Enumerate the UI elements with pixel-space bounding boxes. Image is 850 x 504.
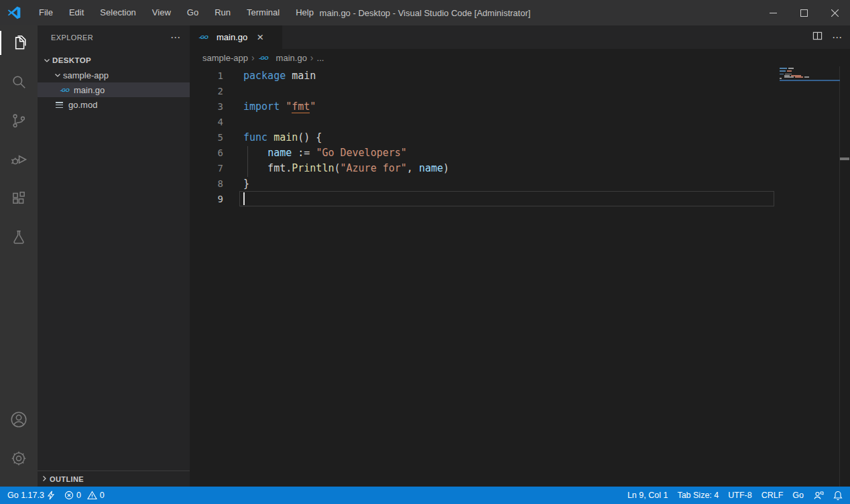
minimap[interactable]: [780, 68, 840, 80]
code-line-row[interactable]: 7 fmt.Println("Azure for", name): [190, 160, 850, 176]
tab-close-icon[interactable]: ×: [255, 32, 265, 43]
overview-ruler-cursor-mark: [840, 158, 849, 160]
code-line-row[interactable]: 8}: [190, 176, 850, 191]
code-lines: 1package main23import "fmt"45func main()…: [190, 68, 850, 487]
statusbar-encoding[interactable]: UTF-8: [723, 487, 756, 504]
breadcrumb-file[interactable]: main.go: [276, 53, 307, 63]
menu-view[interactable]: View: [144, 0, 179, 25]
statusbar-go-version[interactable]: Go 1.17.3: [3, 487, 60, 504]
file-tree: DESKTOP sample-app main.go go.mod: [38, 53, 190, 112]
mod-file-icon: [54, 100, 65, 109]
tree-root-desktop[interactable]: DESKTOP: [38, 53, 190, 68]
menubar: File Edit Selection View Go Run Terminal…: [31, 0, 322, 25]
code-line-row[interactable]: 9: [190, 191, 850, 206]
window-controls: [757, 0, 850, 25]
go-file-icon: [198, 33, 209, 42]
accounts-icon[interactable]: [0, 403, 38, 436]
line-number: 8: [190, 178, 223, 189]
bolt-icon: [47, 491, 55, 500]
settings-gear-icon[interactable]: [0, 442, 38, 475]
menu-go[interactable]: Go: [179, 0, 206, 25]
outline-section[interactable]: OUTLINE: [38, 470, 190, 487]
menu-file[interactable]: File: [31, 0, 61, 25]
folder-label: sample-app: [63, 70, 109, 80]
code-line-row[interactable]: 1package main: [190, 68, 850, 83]
source-control-icon[interactable]: [0, 105, 38, 137]
explorer-header: EXPLORER ⋯: [38, 25, 190, 49]
overview-ruler[interactable]: [839, 66, 840, 487]
titlebar: File Edit Selection View Go Run Terminal…: [0, 0, 850, 25]
explorer-sidebar: EXPLORER ⋯ DESKTOP sample-app main.go: [38, 25, 190, 487]
menu-help[interactable]: Help: [288, 0, 322, 25]
warning-icon: [87, 491, 97, 500]
close-icon[interactable]: [819, 0, 850, 25]
tab-bar: main.go × ⋯: [190, 25, 850, 49]
error-count: 0: [76, 491, 81, 500]
tree-file-main-go[interactable]: main.go: [38, 82, 190, 97]
split-editor-icon[interactable]: [812, 31, 823, 44]
breadcrumb: sample-app › main.go › ...: [190, 49, 850, 66]
explorer-icon[interactable]: [0, 27, 38, 59]
warning-count: 0: [100, 491, 105, 500]
breadcrumb-folder[interactable]: sample-app: [202, 53, 248, 63]
status-bar: Go 1.17.3 0 0 Ln 9, Col 1 Tab Size: 4 UT…: [0, 487, 850, 504]
run-and-debug-icon[interactable]: [0, 143, 38, 176]
tree-folder-sample-app[interactable]: sample-app: [38, 68, 190, 82]
code-line-row[interactable]: 6 name := "Go Developers": [190, 145, 850, 160]
outline-label: OUTLINE: [50, 475, 84, 483]
breadcrumb-symbol[interactable]: ...: [317, 53, 324, 63]
code-line-row[interactable]: 3import "fmt": [190, 99, 850, 114]
menu-selection[interactable]: Selection: [92, 0, 143, 25]
line-number: 9: [190, 194, 223, 204]
text-cursor: [243, 192, 245, 205]
file-label: go.mod: [68, 100, 97, 110]
error-icon: [64, 491, 74, 500]
activity-bar: [0, 25, 38, 487]
chevron-right-icon: ›: [310, 52, 314, 63]
testing-icon[interactable]: [0, 221, 38, 253]
code-line-text: import "fmt": [243, 101, 316, 113]
search-icon[interactable]: [0, 66, 38, 98]
feedback-icon[interactable]: [808, 487, 829, 504]
code-line-text: fmt.Println("Azure for", name): [243, 162, 449, 174]
code-line-row[interactable]: 5func main() {: [190, 129, 850, 145]
chevron-down-icon: [52, 70, 63, 80]
editor-actions: ⋯: [812, 25, 850, 49]
maximize-icon[interactable]: [788, 0, 819, 25]
explorer-title: EXPLORER: [51, 34, 166, 42]
statusbar-cursor-position[interactable]: Ln 9, Col 1: [623, 487, 672, 504]
statusbar-eol[interactable]: CRLF: [757, 487, 788, 504]
line-number: 1: [190, 70, 223, 81]
more-actions-icon[interactable]: ⋯: [832, 32, 842, 44]
statusbar-tab-size[interactable]: Tab Size: 4: [672, 487, 723, 504]
tree-file-go-mod[interactable]: go.mod: [38, 97, 190, 112]
menu-terminal[interactable]: Terminal: [239, 0, 288, 25]
chevron-right-icon: ›: [251, 52, 255, 63]
line-number: 6: [190, 147, 223, 158]
code-editor[interactable]: 1package main23import "fmt"45func main()…: [190, 66, 850, 487]
minimize-icon[interactable]: [757, 0, 788, 25]
code-line-text: func main() {: [243, 131, 322, 143]
vscode-window: File Edit Selection View Go Run Terminal…: [0, 0, 850, 504]
vscode-logo-icon: [7, 5, 21, 20]
go-file-icon: [59, 85, 70, 94]
statusbar-problems[interactable]: 0 0: [60, 487, 109, 504]
extensions-icon[interactable]: [0, 182, 38, 214]
tab-label: main.go: [217, 32, 247, 42]
notifications-bell-icon[interactable]: [829, 487, 847, 504]
menu-edit[interactable]: Edit: [61, 0, 92, 25]
minimap-current-line: [780, 80, 840, 82]
menu-run[interactable]: Run: [206, 0, 239, 25]
code-line-text: }: [243, 178, 249, 190]
go-file-icon: [258, 53, 269, 62]
editor-group: main.go × ⋯ sample-app › main.go › ...: [190, 25, 850, 487]
line-number: 4: [190, 117, 223, 127]
statusbar-language[interactable]: Go: [788, 487, 808, 504]
explorer-more-actions-icon[interactable]: ⋯: [166, 32, 184, 44]
code-line-row[interactable]: 2: [190, 83, 850, 99]
code-line-row[interactable]: 4: [190, 114, 850, 129]
code-line-text: package main: [243, 70, 316, 82]
line-number: 2: [190, 86, 223, 97]
tab-main-go[interactable]: main.go ×: [190, 25, 282, 49]
line-number: 3: [190, 101, 223, 112]
